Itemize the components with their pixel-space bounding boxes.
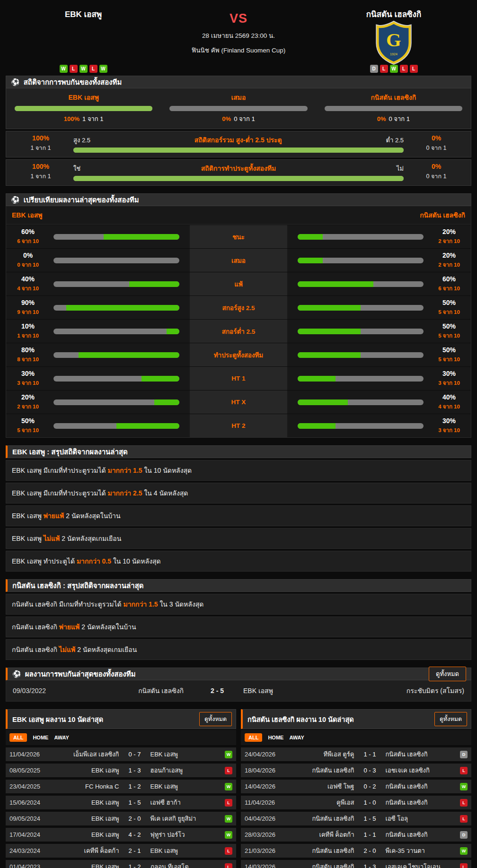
comparison-rows: 60% 6 จาก 10 ชนะ 20% 2 จาก 10 0% 0 จาก 1… [6,225,471,438]
match-result-badge: L [460,767,468,774]
h2h-view-all-button[interactable]: ดูทั้งหมด [429,667,466,681]
ou-left-label: ใช่ [73,164,80,174]
away-bar [298,329,424,334]
match-away-team: EBK เอสพู [238,686,351,696]
match-row[interactable]: 18/04/2026 กนิสตัน เฮลซิงกิ 0 - 3 เอชเจเ… [241,764,471,777]
away-summary-title: กนิสตัน เฮลซิงกิ : สรุปสถิติจากผลงานล่าส… [12,580,144,591]
away-recent-view-all-button[interactable]: ดูทั้งหมด [434,712,467,726]
match-row[interactable]: 09/05/2024 EBK เอสพู 2 - 0 พีเค เคสกิ ยู… [6,812,236,825]
shield-logo-icon: G 1924 [374,20,414,65]
ou-bar [73,176,404,181]
match-row[interactable]: 24/03/2024 เคทีพี ค็อตก้า 2 - 1 EBK เอสพ… [6,844,236,858]
away-bar-fill [298,305,361,311]
match-away-team: ฮอนก้าเอสพู [147,765,219,775]
tab-home[interactable]: HOME [33,735,48,740]
tab-away[interactable]: AWAY [289,735,304,740]
comparison-label: ทำประตูทั้งสองทีม [190,343,287,366]
match-away-team: พีเค-35 วานตา [382,846,454,856]
comparison-away-stat: 60% 6 จาก 10 [427,275,471,293]
home-team-block: EBK เอสพู WLWLW [12,8,154,73]
match-row[interactable]: 01/04/2023 EBK เอสพู 1 - 2 ฏูลอน ทีเอสโต… [6,860,236,868]
away-bar-wrap [287,305,427,311]
ou-right-count: 0 จาก 1 [410,143,462,153]
comparison-home-stat: 90% 9 จาก 10 [6,299,50,316]
home-bar-fill [141,376,179,382]
match-row[interactable]: 17/04/2024 EBK เอสพู 4 - 2 ฟุทูร่า ปอร์โ… [6,828,236,842]
h2h-column-bar [169,106,307,111]
summary-highlight: มากกว่า 1.5 [123,600,158,608]
h2h-recent-header: ⚽ ผลงานการพบกันล่าสุดของทั้งสองทีม ดูทั้… [6,668,471,680]
away-bar-wrap [287,376,427,382]
match-row[interactable]: 04/04/2026 กนิสตัน เฮลซิงกิ 1 - 5 เอซี โ… [241,812,471,825]
ou-bar-fill [73,148,404,153]
home-bar-fill [66,305,179,311]
summary-pre: EBK เอสพู มีเกมที่ทำประตูรวมได้ [12,467,107,474]
tab-away[interactable]: AWAY [54,735,69,740]
home-recent-panel: EBK เอสพู ผลงาน 10 นัดล่าสุด ดูทั้งหมด A… [6,709,236,868]
home-summary-title: EBK เอสพู : สรุปสถิติจากผลงานล่าสุด [12,446,128,458]
match-date: 11/04/2026 [9,751,51,758]
match-away-team: เอฟซี ฮาก้า [147,798,219,807]
match-row[interactable]: 14/04/2026 เอฟซี โพฐ 0 - 2 กนิสตัน เฮลซิ… [241,780,471,793]
tab-all[interactable]: ALL [245,733,262,742]
match-score: 2 - 0 [123,815,147,822]
match-row[interactable]: 11/04/2026 คูพีเอส 1 - 0 กนิสตัน เฮลซิงก… [241,796,471,809]
summary-row: กนิสตัน เฮลซิงกิ ไม่แพ้ 2 นัดหลังสุดเกมเ… [6,639,471,660]
home-recent-view-all-button[interactable]: ดูทั้งหมด [199,712,232,726]
home-pct: 10% [6,322,50,330]
tab-home[interactable]: HOME [268,735,283,740]
h2h-match-row[interactable]: 09/03/2022 กนิสตัน เฮลซิงกิ 2 - 5 EBK เอ… [6,680,471,702]
form-badge-w: W [390,65,398,73]
comparison-away-team: กนิสตัน เฮลซิงกิ [420,210,465,220]
match-home-team: กนิสตัน เฮลซิงกิ [286,814,358,824]
match-home-team: EBK เอสพู [51,814,123,824]
away-count: 3 จาก 10 [427,379,471,387]
home-pct: 40% [6,275,50,283]
match-row[interactable]: 24/04/2026 ทีพีเอส ตูร์คู 1 - 1 กนิสตัน … [241,747,471,761]
away-bar [298,423,424,429]
home-bar [53,352,179,358]
match-row[interactable]: 21/03/2026 กนิสตัน เฮลซิงกิ 2 - 0 พีเค-3… [241,844,471,858]
match-score: 4 - 2 [123,831,147,838]
home-pct: 90% [6,299,50,306]
away-bar [298,376,424,382]
match-score: 2 - 0 [358,847,382,854]
match-home-team: เอ็มพีเอส เฮลซิงกิ [51,749,123,759]
match-row[interactable]: 23/04/2025 FC Honka C 1 - 2 EBK เอสพู W [6,780,236,793]
match-row[interactable]: 28/03/2026 เคทีพี ค็อตก้า 1 - 1 กนิสตัน … [241,828,471,842]
match-row[interactable]: 08/05/2025 EBK เอสพู 1 - 3 ฮอนก้าเอสพู L [6,764,236,777]
h2h-column: EBK เอสพู 100%1 จาก 1 [6,92,161,124]
summary-row: กนิสตัน เฮลซิงกิ พ่ายแพ้ 2 นัดหลังสุดในบ… [6,616,471,637]
home-count: 4 จาก 10 [6,284,50,293]
match-row[interactable]: 15/06/2024 EBK เอสพู 1 - 5 เอฟซี ฮาก้า L [6,796,236,809]
summary-post: 2 นัดหลังสุดในบ้าน [64,512,120,520]
comparison-row: 20% 2 จาก 10 HT X 40% 4 จาก 10 [6,390,471,414]
home-count: 6 จาก 10 [6,237,50,245]
home-bar-fill [129,281,179,287]
away-count: 6 จาก 10 [427,284,471,293]
recent-form-panels: EBK เอสพู ผลงาน 10 นัดล่าสุด ดูทั้งหมด A… [6,709,471,868]
h2h-column: เสมอ 0%0 จาก 1 [161,92,316,124]
match-date: 23/04/2025 [9,783,51,790]
match-row[interactable]: 11/04/2026 เอ็มพีเอส เฮลซิงกิ 0 - 7 EBK … [6,747,236,761]
match-result-badge: L [225,767,232,774]
summary-row: EBK เอสพู มีเกมที่ทำประตูรวมได้ มากกว่า … [6,483,471,503]
ou-right-pct: 0% [410,134,462,142]
away-pct: 30% [427,417,471,425]
home-bar [53,258,179,263]
home-summary-header: EBK เอสพู : สรุปสถิติจากผลงานล่าสุด [6,445,471,458]
match-row[interactable]: 14/03/2026 กนิสตัน เฮลซิงกิ 1 - 3 เอสเจเ… [241,860,471,868]
ou-bar [73,148,404,153]
home-bar-wrap [50,281,190,287]
match-result-badge: W [225,751,232,758]
match-datetime: 28 เมษายน 2569 23:00 น. [154,30,323,41]
comparison-home-team: EBK เอสพู [12,210,42,220]
away-bar-fill [298,281,373,287]
comparison-away-stat: 30% 3 จาก 10 [427,370,471,387]
tab-all[interactable]: ALL [9,733,27,742]
home-recent-header: EBK เอสพู ผลงาน 10 นัดล่าสุด ดูทั้งหมด [6,709,236,729]
match-date: 28/03/2026 [245,831,286,838]
home-pct: 30% [6,370,50,377]
home-bar [53,399,179,405]
summary-highlight: มากกว่า 1.5 [107,467,142,474]
